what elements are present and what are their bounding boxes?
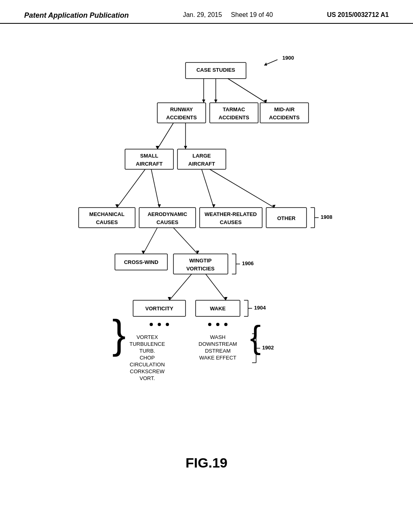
text-wake: WAKE <box>210 305 226 312</box>
svg-line-8 <box>157 123 173 149</box>
svg-marker-3 <box>202 100 205 103</box>
svg-line-24 <box>143 228 157 254</box>
svg-line-26 <box>173 228 198 254</box>
text-vort: VORT. <box>140 375 155 381</box>
right-brace: { <box>250 319 261 355</box>
text-runway-1: RUNWAY <box>170 106 193 112</box>
svg-marker-5 <box>214 100 217 103</box>
text-case-studies: CASE STUDIES <box>196 67 235 73</box>
text-corkscrew: CORKSCREW <box>130 368 165 374</box>
figure-title: FIG.19 <box>186 455 227 470</box>
svg-line-14 <box>151 169 159 208</box>
text-weather-1: WEATHER-RELATED <box>204 211 257 217</box>
svg-marker-15 <box>158 204 161 208</box>
text-turbulence: TURBULENCE <box>129 341 165 347</box>
text-large-2: AIRCRAFT <box>188 161 215 167</box>
dot-v3 <box>166 323 169 326</box>
text-wash: WASH <box>210 334 226 340</box>
text-mech-2: CAUSES <box>96 219 118 225</box>
text-tarmac-2: ACCIDENTS <box>219 114 249 121</box>
patent-number: US 2015/0032712 A1 <box>327 11 389 19</box>
dot-w2 <box>216 323 219 326</box>
text-vorticity: VORTICITY <box>145 305 173 312</box>
svg-marker-1 <box>264 62 267 66</box>
label-1904: 1904 <box>254 305 266 311</box>
left-brace-open: } <box>112 312 125 357</box>
text-turb: TURB. <box>140 348 155 354</box>
text-dstream: DSTREAM <box>205 348 231 354</box>
text-other: OTHER <box>277 215 296 221</box>
diagram-svg: 1900 CASE STUDIES RUNWAY ACCIDENTS TARMA… <box>0 40 413 504</box>
svg-line-34 <box>206 274 226 300</box>
svg-marker-11 <box>184 146 187 149</box>
publication-title: Patent Application Publication <box>24 11 129 20</box>
label-1900: 1900 <box>282 55 294 61</box>
text-chop: CHOP <box>140 355 155 361</box>
sheet-info: Sheet 19 of 40 <box>231 11 273 18</box>
header-date-sheet: Jan. 29, 2015 Sheet 19 of 40 <box>183 11 273 19</box>
text-wake-effect: WAKE EFFECT <box>199 355 236 361</box>
label-1906: 1906 <box>242 260 254 266</box>
svg-marker-17 <box>212 204 215 208</box>
text-weather-2: CAUSES <box>220 219 242 225</box>
page-header: Patent Application Publication Jan. 29, … <box>0 0 413 24</box>
svg-line-12 <box>117 169 145 208</box>
text-large-1: LARGE <box>192 153 211 159</box>
text-crosswind: CROSS-WIND <box>124 259 158 265</box>
text-midair-1: MID-AIR <box>274 106 295 112</box>
text-tarmac-1: TARMAC <box>223 106 245 112</box>
text-mech-1: MECHANICAL <box>89 211 124 217</box>
text-aero-2: CAUSES <box>156 219 179 225</box>
diagram-area: 1900 CASE STUDIES RUNWAY ACCIDENTS TARMA… <box>0 40 413 504</box>
dot-v1 <box>150 323 153 326</box>
svg-line-32 <box>169 274 192 300</box>
text-small-2: AIRCRAFT <box>136 161 163 167</box>
svg-line-16 <box>202 169 214 208</box>
svg-line-6 <box>228 79 266 103</box>
dot-w1 <box>208 323 211 326</box>
svg-line-18 <box>210 169 274 208</box>
text-runway-2: ACCIDENTS <box>166 114 197 121</box>
dot-v2 <box>158 323 161 326</box>
text-downstream: DOWNSTREAM <box>198 341 237 347</box>
text-wingtip-1: WINGTIP <box>189 258 212 264</box>
text-small-1: SMALL <box>140 153 159 159</box>
dot-w3 <box>224 323 227 326</box>
text-wingtip-2: VORTICIES <box>186 266 215 272</box>
text-aero-1: AERODYNAMIC <box>148 211 188 217</box>
label-1902: 1902 <box>262 345 274 351</box>
text-midair-2: ACCIDENTS <box>269 114 300 121</box>
text-vortex: VORTEX <box>136 334 158 340</box>
publication-date: Jan. 29, 2015 <box>183 11 222 18</box>
text-circulation: CIRCULATION <box>129 362 165 368</box>
page-container: Patent Application Publication Jan. 29, … <box>0 0 413 532</box>
label-1908: 1908 <box>321 214 332 220</box>
